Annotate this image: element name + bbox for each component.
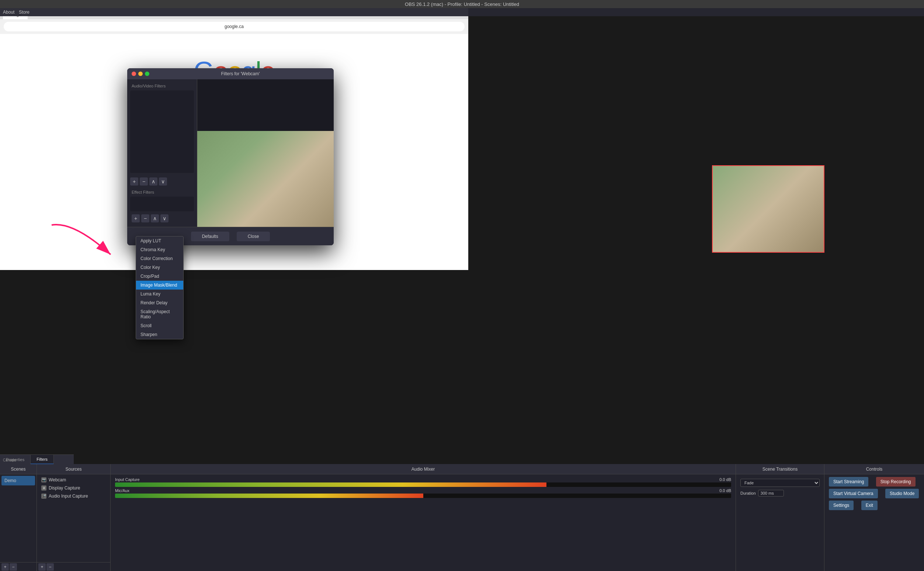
- dropdown-item-scroll[interactable]: Scroll: [136, 321, 183, 330]
- source-item-webcam[interactable]: 📷 Webcam: [38, 476, 109, 484]
- webcam-preview-content: [713, 166, 824, 252]
- start-virtual-camera-button[interactable]: Start Virtual Camera: [829, 489, 878, 498]
- tab-filters[interactable]: Filters: [31, 455, 54, 465]
- mixer-input-bar: [115, 483, 731, 487]
- dropdown-item-chroma-key[interactable]: Chroma Key: [136, 245, 183, 254]
- location-label: Canada: [3, 458, 16, 462]
- add-scene-btn[interactable]: +: [2, 563, 9, 571]
- transition-type-select[interactable]: Fade: [741, 479, 820, 487]
- move-down-effect-filter-btn[interactable]: ∨: [160, 214, 168, 222]
- dropdown-item-scaling-aspect-ratio[interactable]: Scaling/Aspect Ratio: [136, 307, 183, 321]
- duration-input[interactable]: [758, 490, 784, 497]
- move-up-audio-filter-btn[interactable]: ∧: [149, 177, 157, 185]
- effect-section: Effect Filters: [130, 188, 194, 213]
- transitions-panel-header: Scene Transitions: [736, 464, 824, 474]
- display-source-icon: 🖥: [41, 485, 46, 491]
- webcam-large-preview: [712, 165, 824, 253]
- scenes-panel: Scenes Demo + −: [0, 464, 37, 571]
- dropdown-item-crop-pad[interactable]: Crop/Pad: [136, 272, 183, 281]
- scenes-buttons-row: + −: [0, 562, 37, 571]
- remove-effect-filter-btn[interactable]: −: [141, 214, 149, 222]
- filters-dialog: Filters for 'Webcam' Audio/Video Filters…: [127, 68, 334, 245]
- studio-mode-button[interactable]: Studio Mode: [885, 489, 919, 498]
- close-dialog-button[interactable]: Close: [237, 231, 270, 241]
- dropdown-item-image-mask-blend[interactable]: Image Mask/Blend: [136, 281, 183, 290]
- sources-panel-header: Sources: [37, 464, 110, 474]
- mixer-mic-label: Mic/Aux 0.0 dB: [115, 488, 731, 493]
- audio-video-filter-buttons: + − ∧ ∨: [130, 177, 194, 185]
- mixer-panel-header: Audio Mixer: [111, 464, 736, 474]
- title-bar-text: OBS 26.1.2 (mac) - Profile: Untitled - S…: [405, 2, 519, 7]
- mixer-input-label: Input Capture 0.0 dB: [115, 477, 731, 482]
- remove-audio-filter-btn[interactable]: −: [140, 177, 148, 185]
- minimize-button-tl[interactable]: [138, 71, 143, 76]
- controls-panel-header: Controls: [824, 464, 924, 474]
- filter-preview-area: [197, 79, 334, 227]
- menu-item-store[interactable]: Store: [19, 9, 29, 15]
- filter-type-dropdown: Apply LUTChroma KeyColor CorrectionColor…: [136, 236, 183, 340]
- source-item-audio[interactable]: 🎤 Audio Input Capture: [38, 492, 109, 500]
- defaults-button[interactable]: Defaults: [191, 231, 229, 241]
- exit-button[interactable]: Exit: [861, 500, 878, 510]
- controls-panel-content: Start Streaming Stop Recording Start Vir…: [824, 474, 924, 571]
- start-streaming-button[interactable]: Start Streaming: [829, 477, 868, 486]
- macos-menubar: About Store: [0, 8, 924, 16]
- filters-titlebar: Filters for 'Webcam': [127, 68, 334, 79]
- filters-body: Audio/Video Filters + − ∧ ∨ Effect Filte…: [127, 79, 334, 227]
- stop-recording-button[interactable]: Stop Recording: [876, 477, 916, 486]
- webcam-preview-image: [197, 131, 334, 227]
- mixer-mic-bar: [115, 494, 731, 498]
- mixer-panel-content: Input Capture 0.0 dB Mic/Aux 0.0 dB: [111, 474, 736, 571]
- dropdown-item-luma-key[interactable]: Luma Key: [136, 290, 183, 298]
- move-up-effect-filter-btn[interactable]: ∧: [151, 214, 159, 222]
- browser-addressbar: [0, 19, 468, 34]
- filters-dialog-title: Filters for 'Webcam': [151, 71, 329, 76]
- address-bar-input[interactable]: [4, 22, 465, 31]
- dropdown-item-render-delay[interactable]: Render Delay: [136, 298, 183, 307]
- add-audio-filter-btn[interactable]: +: [130, 177, 138, 185]
- sources-panel-content: 📷 Webcam 🖥 Display Capture 🎤 Audio Input…: [37, 474, 110, 562]
- mixer-mic-level: [115, 494, 423, 498]
- mixer-channel-input: Input Capture 0.0 dB: [115, 477, 731, 487]
- mixer-input-level: [115, 483, 547, 487]
- sources-panel: Sources 📷 Webcam 🖥 Display Capture 🎤 Aud…: [37, 464, 111, 571]
- close-button-tl[interactable]: [132, 71, 136, 76]
- transitions-panel-content: Fade Duration: [736, 474, 824, 571]
- maximize-button-tl[interactable]: [145, 71, 149, 76]
- scene-item-demo[interactable]: Demo: [2, 476, 35, 485]
- scenes-panel-header: Scenes: [0, 464, 37, 474]
- transitions-panel: Scene Transitions Fade Duration: [736, 464, 824, 571]
- dropdown-item-apply-lut[interactable]: Apply LUT: [136, 236, 183, 245]
- audio-source-icon: 🎤: [41, 494, 46, 499]
- filters-right-panel: [197, 79, 334, 227]
- audio-video-filters-label: Audio/Video Filters: [130, 84, 194, 88]
- effect-filter-buttons: + − ∧ ∨: [130, 213, 194, 224]
- dropdown-item-color-correction[interactable]: Color Correction: [136, 254, 183, 263]
- add-effect-filter-btn[interactable]: +: [132, 214, 140, 222]
- duration-label: Duration: [741, 491, 756, 495]
- audio-mixer-panel: Audio Mixer Input Capture 0.0 dB Mic/Aux…: [111, 464, 736, 571]
- remove-scene-btn[interactable]: −: [9, 563, 17, 571]
- remove-source-btn[interactable]: −: [46, 563, 54, 571]
- effect-filters-label: Effect Filters: [130, 190, 194, 194]
- menu-item-about[interactable]: About: [3, 9, 14, 15]
- dropdown-item-sharpen[interactable]: Sharpen: [136, 330, 183, 339]
- webcam-source-icon: 📷: [41, 477, 46, 483]
- scenes-panel-content: Demo: [0, 474, 37, 562]
- sources-buttons-row: + −: [37, 562, 110, 571]
- dropdown-item-color-key[interactable]: Color Key: [136, 263, 183, 272]
- effect-filter-list: [130, 197, 194, 211]
- filters-left-panel: Audio/Video Filters + − ∧ ∨ Effect Filte…: [127, 79, 197, 227]
- audio-video-filter-list: [130, 90, 194, 173]
- add-source-btn[interactable]: +: [38, 563, 46, 571]
- settings-button[interactable]: Settings: [829, 500, 853, 510]
- obs-bottom-panel: Scenes Demo + − Sources 📷 Webcam 🖥 Displ…: [0, 464, 924, 571]
- mixer-channel-mic: Mic/Aux 0.0 dB: [115, 488, 731, 498]
- move-down-audio-filter-btn[interactable]: ∨: [159, 177, 167, 185]
- controls-panel: Controls Start Streaming Stop Recording …: [824, 464, 924, 571]
- title-bar: OBS 26.1.2 (mac) - Profile: Untitled - S…: [0, 0, 924, 8]
- duration-row: Duration: [738, 490, 822, 497]
- source-item-display[interactable]: 🖥 Display Capture: [38, 484, 109, 492]
